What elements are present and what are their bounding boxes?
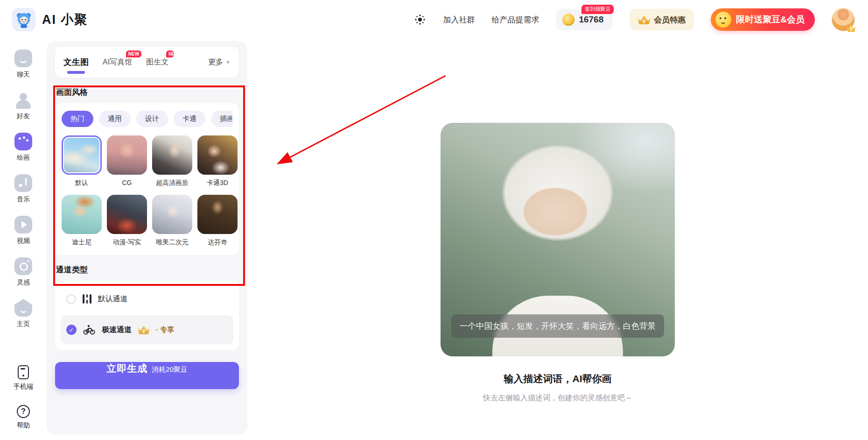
style-thumb-image — [62, 135, 102, 175]
tab-text-to-image[interactable]: 文生图 — [63, 57, 89, 68]
mascot-icon — [15, 11, 33, 28]
chip-illustration[interactable]: 插画 — [211, 111, 232, 127]
bike-icon — [83, 325, 95, 335]
radio-checked-icon[interactable]: ✓ — [66, 325, 77, 335]
main-content-area: 一个中国女孩，短发，开怀大笑，看向远方，白色背景 输入描述词语，AI帮你画 快去… — [247, 41, 868, 434]
left-nav-sidebar: 聊天 好友 绘画 音乐 视频 灵感 主页 手机端 — [0, 39, 47, 440]
style-thumb-image — [107, 135, 147, 175]
coin-balance-button[interactable]: 签到领聚豆 16768 — [556, 9, 613, 30]
chip-hot[interactable]: 热门 — [62, 111, 93, 127]
sidebar-item-music[interactable]: 音乐 — [14, 174, 32, 204]
style-thumb-image — [152, 195, 192, 234]
painting-icon — [14, 133, 32, 150]
chevron-down-icon: ▼ — [225, 59, 231, 65]
style-thumb-image — [197, 135, 238, 175]
sidebar-item-chat[interactable]: 聊天 — [14, 50, 32, 79]
style-thumb-image — [197, 195, 238, 234]
style-thumb-image — [62, 195, 102, 234]
chat-icon — [14, 50, 32, 67]
empty-state-subtext: 快去左侧输入描述词，创建你的灵感创意吧～ — [483, 393, 632, 403]
avatar-vip-badge: V — [847, 24, 855, 32]
style-anime-realistic[interactable]: 动漫-写实 — [107, 195, 147, 247]
video-icon — [14, 216, 32, 234]
new-badge: NEW — [166, 50, 174, 57]
limited-gift-button[interactable]: 限时送聚豆&会员 — [711, 8, 815, 31]
empty-state-heading: 输入描述词语，AI帮你画 — [504, 372, 612, 385]
chip-design[interactable]: 设计 — [136, 111, 168, 127]
style-aesthetic-2d[interactable]: 唯美二次元 — [152, 195, 192, 247]
style-default[interactable]: 默认 — [62, 135, 102, 187]
app-logo-icon[interactable] — [12, 8, 35, 31]
example-prompt-caption: 一个中国女孩，短发，开怀大笑，看向远方，白色背景 — [451, 314, 664, 338]
vip-crown-icon: V — [138, 326, 149, 334]
home-icon — [14, 299, 32, 317]
channel-picker-card: 默认通道 ✓ 极速通道 V · 专享 — [55, 281, 239, 350]
new-badge: NEW — [126, 50, 141, 57]
style-thumb-image — [107, 195, 147, 234]
style-thumb-image — [152, 135, 192, 175]
join-community-link[interactable]: 加入社群 — [443, 14, 475, 25]
sidebar-item-home[interactable]: 主页 — [14, 299, 32, 328]
signin-reward-badge: 签到领聚豆 — [581, 5, 614, 14]
chip-cartoon[interactable]: 卡通 — [174, 111, 205, 127]
generate-cost-label: 消耗20聚豆 — [152, 365, 188, 374]
app-page: AI 小聚 加入社群 给产品提需求 签到领聚豆 16768 V 会员特惠 限时送… — [0, 0, 868, 440]
sidebar-item-friends[interactable]: 好友 — [14, 91, 32, 121]
coin-icon — [562, 14, 574, 26]
channel-option-express[interactable]: ✓ 极速通道 V · 专享 — [61, 315, 233, 344]
style-cg[interactable]: CG — [107, 135, 147, 187]
product-feedback-link[interactable]: 给产品提需求 — [491, 14, 539, 25]
style-section-title: 画面风格 — [56, 87, 239, 98]
sidebar-item-help[interactable]: ? 帮助 — [17, 405, 30, 430]
mode-tab-bar: 文生图 AI写真馆 NEW 图生文 NEW 更多 ▼ — [55, 47, 239, 78]
default-channel-icon — [83, 294, 91, 304]
tab-fade-overlay — [183, 47, 204, 78]
radio-unchecked-icon[interactable] — [66, 294, 76, 304]
friends-icon — [14, 91, 32, 109]
channel-option-default[interactable]: 默认通道 — [61, 285, 233, 312]
example-generated-image: 一个中国女孩，短发，开怀大笑，看向远方，白色背景 — [441, 123, 675, 356]
coin-count: 16768 — [579, 14, 603, 25]
tab-more-dropdown[interactable]: 更多 ▼ — [206, 57, 231, 67]
top-header: AI 小聚 加入社群 给产品提需求 签到领聚豆 16768 V 会员特惠 限时送… — [0, 0, 868, 39]
sidebar-item-painting[interactable]: 绘画 — [14, 133, 32, 162]
theme-toggle-icon[interactable] — [414, 14, 426, 26]
style-disney[interactable]: 迪士尼 — [62, 195, 102, 247]
music-icon — [14, 174, 32, 192]
tab-image-to-text[interactable]: 图生文 NEW — [146, 57, 168, 67]
user-avatar[interactable]: V — [832, 8, 855, 31]
brand-title: AI 小聚 — [42, 11, 88, 28]
tab-ai-portrait[interactable]: AI写真馆 NEW — [103, 57, 132, 67]
style-category-chips: 热门 通用 设计 卡通 插画 动漫 — [62, 111, 232, 127]
channel-section-title: 通道类型 — [56, 264, 239, 275]
question-icon: ? — [17, 405, 30, 418]
style-thumbnails-grid: 默认 CG 超高清画质 卡通3D 迪士尼 — [62, 135, 232, 247]
sidebar-item-inspiration[interactable]: 灵感 — [14, 257, 32, 287]
generation-settings-panel: 文生图 AI写真馆 NEW 图生文 NEW 更多 ▼ 画面风格 热门 通用 设计 — [47, 41, 247, 434]
generate-button[interactable]: 立即生成 消耗20聚豆 — [55, 362, 239, 389]
sidebar-item-mobile-app[interactable]: 手机端 — [14, 365, 33, 391]
style-da-vinci[interactable]: 达芬奇 — [197, 195, 238, 247]
inspiration-icon — [14, 257, 32, 275]
chip-general[interactable]: 通用 — [99, 111, 131, 127]
style-picker-card: 热门 通用 设计 卡通 插画 动漫 默认 CG 超高清画质 — [55, 103, 239, 255]
vip-deals-button[interactable]: V 会员特惠 — [630, 9, 694, 30]
sidebar-item-video[interactable]: 视频 — [14, 216, 32, 245]
style-cartoon-3d[interactable]: 卡通3D — [197, 135, 238, 187]
style-ultra-hd[interactable]: 超高清画质 — [152, 135, 192, 187]
vip-crown-icon: V — [638, 15, 650, 24]
bean-mascot-icon — [715, 12, 731, 28]
phone-icon — [18, 365, 29, 379]
